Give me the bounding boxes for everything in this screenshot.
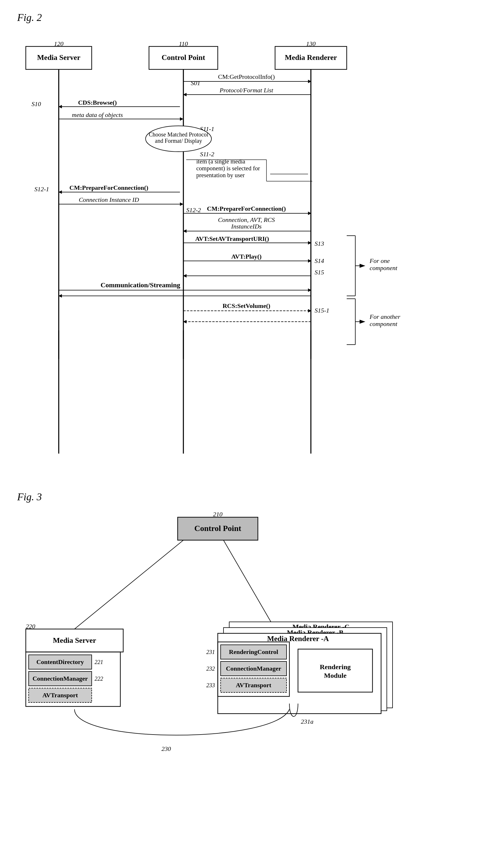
svg-marker-25 bbox=[180, 117, 183, 121]
svg-text:RenderingControl: RenderingControl bbox=[229, 648, 278, 655]
svg-line-96 bbox=[223, 540, 275, 629]
svg-text:meta data of objects: meta data of objects bbox=[72, 111, 123, 118]
svg-text:CDS:Browse(): CDS:Browse() bbox=[78, 99, 117, 106]
svg-line-95 bbox=[74, 540, 183, 629]
svg-text:Module: Module bbox=[324, 672, 347, 679]
svg-text:Communication/Streaming: Communication/Streaming bbox=[101, 281, 180, 289]
svg-text:AVT:Play(): AVT:Play() bbox=[231, 253, 261, 260]
svg-text:130: 130 bbox=[306, 40, 316, 47]
svg-text:230: 230 bbox=[162, 745, 171, 752]
svg-text:S14: S14 bbox=[315, 257, 324, 264]
svg-marker-79 bbox=[360, 264, 365, 268]
fig3-svg: Control Point 210 Media Server 220 Conte… bbox=[17, 509, 476, 853]
svg-text:S15-1: S15-1 bbox=[315, 307, 329, 314]
svg-text:S11-2: S11-2 bbox=[200, 151, 214, 158]
svg-text:S12-1: S12-1 bbox=[34, 185, 49, 193]
svg-text:component) is selected for: component) is selected for bbox=[196, 165, 260, 172]
svg-text:AVTransport: AVTransport bbox=[43, 692, 78, 699]
svg-text:presentation by user: presentation by user bbox=[196, 172, 245, 178]
svg-text:210: 210 bbox=[213, 511, 223, 518]
fig2-svg: Media Server 120 Control Point 110 Media… bbox=[17, 29, 476, 474]
svg-text:S15: S15 bbox=[315, 269, 324, 276]
svg-text:ContentDirectory: ContentDirectory bbox=[36, 658, 84, 666]
fig2-diagram: Media Server 120 Control Point 110 Media… bbox=[17, 29, 476, 474]
svg-text:231a: 231a bbox=[301, 718, 314, 725]
svg-marker-86 bbox=[360, 320, 365, 324]
svg-text:component: component bbox=[370, 264, 397, 272]
svg-text:AVTransport: AVTransport bbox=[236, 681, 272, 689]
svg-text:ConnectionManager: ConnectionManager bbox=[32, 675, 88, 682]
svg-text:221: 221 bbox=[95, 659, 103, 665]
svg-text:Connection Instance ID: Connection Instance ID bbox=[79, 196, 139, 203]
svg-text:InstanceIDs: InstanceIDs bbox=[231, 223, 261, 230]
svg-text:CM:PrepareForConnection(): CM:PrepareForConnection() bbox=[69, 184, 148, 191]
svg-text:Media Renderer: Media Renderer bbox=[285, 53, 337, 62]
fig3-diagram: Control Point 210 Media Server 220 Conte… bbox=[17, 509, 476, 853]
svg-rect-125 bbox=[298, 649, 373, 692]
fig3-label: Fig. 3 bbox=[17, 491, 487, 503]
svg-text:ConnectionManager: ConnectionManager bbox=[226, 665, 281, 672]
svg-text:S13: S13 bbox=[315, 240, 324, 247]
svg-text:item (a single media: item (a single media bbox=[196, 158, 246, 165]
svg-text:CM:PrepareForConnection(): CM:PrepareForConnection() bbox=[207, 205, 286, 212]
svg-text:Media Server: Media Server bbox=[37, 53, 81, 62]
svg-text:120: 120 bbox=[54, 40, 63, 47]
svg-text:222: 222 bbox=[95, 676, 103, 682]
svg-text:S12-2: S12-2 bbox=[186, 206, 201, 214]
svg-text:AVT:SetAVTransportURI(): AVT:SetAVTransportURI() bbox=[195, 235, 269, 242]
svg-text:Control Point: Control Point bbox=[194, 524, 241, 533]
svg-text:For one: For one bbox=[369, 257, 390, 264]
svg-marker-44 bbox=[180, 203, 183, 206]
page-container: Fig. 2 Media Server 120 Control Point 11… bbox=[0, 0, 504, 865]
svg-text:233: 233 bbox=[206, 682, 215, 688]
svg-text:Choose Matched Protocol: Choose Matched Protocol bbox=[149, 131, 208, 138]
svg-text:Media Renderer -A: Media Renderer -A bbox=[267, 634, 329, 643]
svg-text:Protocol/Format List: Protocol/Format List bbox=[220, 86, 274, 94]
svg-text:For another: For another bbox=[369, 313, 400, 320]
svg-text:110: 110 bbox=[179, 40, 188, 47]
svg-text:Rendering: Rendering bbox=[320, 663, 351, 671]
svg-text:component: component bbox=[370, 320, 397, 327]
fig2-label: Fig. 2 bbox=[17, 11, 487, 23]
svg-text:RCS:SetVolume(): RCS:SetVolume() bbox=[223, 302, 270, 309]
svg-text:Control Point: Control Point bbox=[162, 53, 205, 62]
svg-text:S01: S01 bbox=[191, 79, 200, 86]
svg-text:Connection, AVT, RCS: Connection, AVT, RCS bbox=[218, 216, 275, 223]
svg-text:231: 231 bbox=[206, 649, 215, 655]
svg-text:CM:GetProtocolInfo(): CM:GetProtocolInfo() bbox=[218, 73, 275, 80]
svg-text:220: 220 bbox=[26, 623, 35, 630]
svg-text:Media Server: Media Server bbox=[53, 636, 96, 645]
svg-text:and Format/ Display: and Format/ Display bbox=[155, 138, 202, 144]
svg-text:232: 232 bbox=[206, 666, 215, 672]
svg-text:S10: S10 bbox=[32, 100, 41, 107]
